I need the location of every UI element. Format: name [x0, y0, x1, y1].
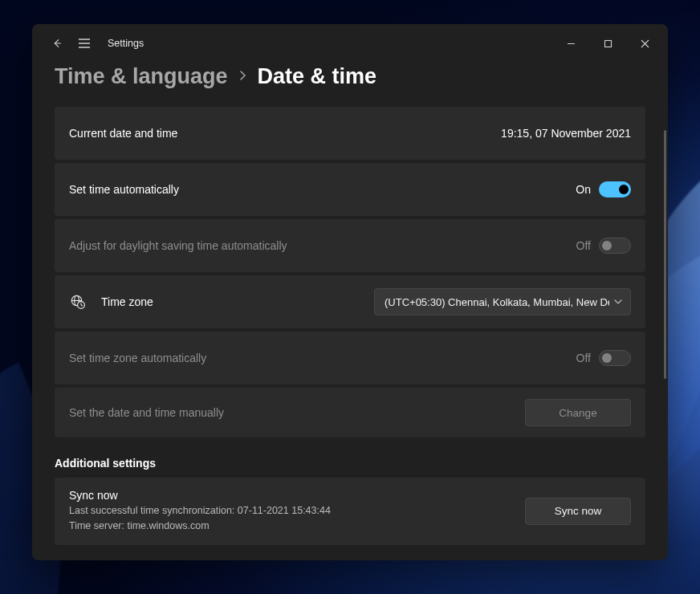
toggle-state-text: On — [576, 183, 591, 196]
toggle-state-text: Off — [576, 239, 591, 252]
row-label: Set the date and time manually — [69, 406, 224, 419]
close-button[interactable] — [626, 31, 663, 56]
breadcrumb: Time & language Date & time — [55, 64, 645, 89]
minimize-button[interactable] — [552, 31, 589, 56]
row-label: Adjust for daylight saving time automati… — [69, 239, 287, 252]
minimize-icon — [567, 39, 576, 48]
dropdown-selected-text: (UTC+05:30) Chennai, Kolkata, Mumbai, Ne… — [385, 296, 609, 308]
row-current-datetime: Current date and time 19:15, 07 November… — [55, 107, 645, 160]
breadcrumb-parent[interactable]: Time & language — [55, 64, 228, 89]
toggle-state-text: Off — [576, 352, 591, 364]
titlebar: Settings — [32, 24, 668, 63]
timezone-dropdown[interactable]: (UTC+05:30) Chennai, Kolkata, Mumbai, Ne… — [374, 288, 631, 315]
row-auto-timezone: Set time zone automatically Off — [55, 332, 645, 384]
auto-tz-toggle — [599, 350, 631, 366]
change-button: Change — [525, 399, 631, 426]
nav-menu-button[interactable] — [71, 31, 98, 56]
row-label: Set time zone automatically — [69, 352, 206, 364]
breadcrumb-current: Date & time — [258, 64, 377, 89]
section-header-additional: Additional settings — [55, 457, 645, 470]
globe-clock-icon — [69, 293, 87, 311]
content-area: Time & language Date & time Current date… — [32, 63, 668, 560]
row-manual-datetime: Set the date and time manually Change — [55, 388, 645, 437]
sync-last-text: Last successful time synchronization: 07… — [69, 503, 525, 519]
row-label: Set time automatically — [69, 183, 179, 196]
back-button[interactable] — [43, 31, 71, 56]
sync-now-button[interactable]: Sync now — [525, 498, 631, 525]
scrollbar[interactable] — [664, 130, 666, 379]
maximize-icon — [604, 39, 612, 48]
chevron-right-icon — [239, 70, 246, 83]
settings-list: Current date and time 19:15, 07 November… — [55, 107, 645, 556]
back-arrow-icon — [51, 38, 63, 49]
auto-time-toggle[interactable] — [599, 181, 631, 197]
sync-server-text: Time server: time.windows.com — [69, 519, 525, 534]
row-label: Time zone — [101, 295, 153, 308]
row-timezone: Time zone (UTC+05:30) Chennai, Kolkata, … — [55, 275, 645, 328]
close-icon — [641, 39, 649, 48]
maximize-button[interactable] — [589, 31, 626, 56]
sync-title: Sync now — [69, 489, 525, 502]
row-sync-now: Sync now Last successful time synchroniz… — [55, 478, 645, 545]
current-datetime-value: 19:15, 07 November 2021 — [501, 127, 631, 140]
row-label: Current date and time — [69, 127, 177, 140]
dst-toggle — [599, 238, 631, 254]
app-title: Settings — [108, 38, 144, 49]
hamburger-icon — [78, 39, 91, 48]
chevron-down-icon — [614, 297, 622, 307]
svg-rect-5 — [604, 40, 611, 47]
row-dst: Adjust for daylight saving time automati… — [55, 219, 645, 272]
settings-window: Settings Time & language Date & time Cur… — [32, 24, 668, 560]
row-auto-time: Set time automatically On — [55, 163, 645, 216]
